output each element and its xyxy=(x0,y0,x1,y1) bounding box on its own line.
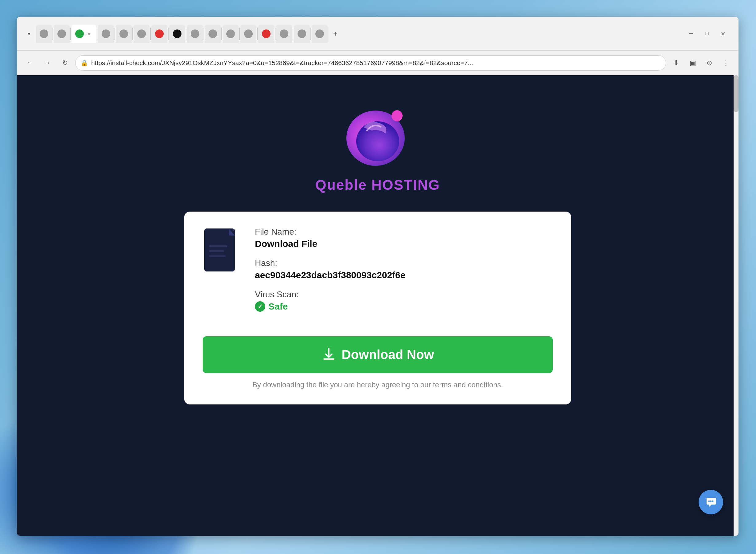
tab-separator-3 xyxy=(97,27,97,40)
logo-section: Queble HOSTING xyxy=(315,100,440,193)
back-button[interactable]: ← xyxy=(22,55,37,71)
tab-dropdown-button[interactable]: ▾ xyxy=(22,27,36,41)
virus-scan-value: ✓ Safe xyxy=(255,301,553,312)
file-name-label: File Name: xyxy=(255,227,553,237)
file-name-row: File Name: Download File xyxy=(255,227,553,249)
menu-button[interactable]: ⋮ xyxy=(718,55,734,71)
hash-label: Hash: xyxy=(255,258,553,268)
tab-6-favicon xyxy=(137,30,146,38)
tab-8-favicon xyxy=(173,30,181,38)
tab-separator-5 xyxy=(132,27,133,40)
address-bar[interactable]: 🔒 https://install-check.com/JXNjsy291Osk… xyxy=(75,55,666,71)
tab-separator-4 xyxy=(115,27,115,40)
page-content: Queble HOSTING xyxy=(17,75,739,536)
svg-rect-4 xyxy=(209,245,227,247)
tab-2-favicon xyxy=(57,30,66,38)
close-button[interactable]: ✕ xyxy=(716,27,730,41)
card-top: File Name: Download File Hash: aec90344e… xyxy=(203,227,553,321)
browser-tab-16[interactable] xyxy=(312,24,328,43)
maximize-button[interactable]: □ xyxy=(700,27,714,41)
svg-rect-5 xyxy=(209,250,224,252)
window-controls: ─ □ ✕ xyxy=(684,27,730,41)
tab-separator-15 xyxy=(310,27,311,40)
minimize-button[interactable]: ─ xyxy=(684,27,698,41)
browser-tab-3-active[interactable]: ✕ xyxy=(71,24,96,43)
tab-3-favicon xyxy=(75,30,84,38)
file-icon xyxy=(203,227,243,276)
checkmark-icon: ✓ xyxy=(255,301,265,312)
tab-separator-7 xyxy=(168,27,169,40)
tab-10-favicon xyxy=(209,30,217,38)
tab-14-favicon xyxy=(280,30,288,38)
browser-tab-10[interactable] xyxy=(205,24,221,43)
tab-3-close-button[interactable]: ✕ xyxy=(86,31,93,37)
toolbar: ← → ↻ 🔒 https://install-check.com/JXNjsy… xyxy=(17,51,739,75)
tab-separator-14 xyxy=(293,27,293,40)
tab-separator-13 xyxy=(275,27,276,40)
lock-icon: 🔒 xyxy=(80,59,88,67)
tab-separator-12 xyxy=(257,27,257,40)
terms-text: By downloading the file you are hereby a… xyxy=(203,381,553,389)
browser-tab-11[interactable] xyxy=(223,24,239,43)
refresh-button[interactable]: ↻ xyxy=(57,55,73,71)
forward-button[interactable]: → xyxy=(40,55,55,71)
logo-graphic xyxy=(342,100,413,170)
tab-16-favicon xyxy=(315,30,324,38)
browser-tab-8[interactable] xyxy=(169,24,185,43)
chat-button[interactable] xyxy=(699,490,723,514)
browser-tab-4[interactable] xyxy=(98,24,114,43)
browser-tab-13[interactable] xyxy=(258,24,274,43)
toolbar-actions: ⬇ ▣ ⊙ ⋮ xyxy=(668,55,734,71)
browser-tab-1[interactable] xyxy=(36,24,52,43)
tab-13-favicon xyxy=(262,30,271,38)
browser-tab-15[interactable] xyxy=(294,24,310,43)
split-view-button[interactable]: ▣ xyxy=(685,55,700,71)
profile-button[interactable]: ⊙ xyxy=(702,55,717,71)
browser-window: ▾ ✕ xyxy=(17,17,739,536)
new-tab-button[interactable]: + xyxy=(328,27,342,41)
svg-point-8 xyxy=(710,501,712,502)
browser-tab-9[interactable] xyxy=(187,24,203,43)
virus-scan-label: Virus Scan: xyxy=(255,290,553,299)
browser-tab-2[interactable] xyxy=(54,24,70,43)
tab-1-favicon xyxy=(40,30,48,38)
tab-5-favicon xyxy=(119,30,128,38)
file-name-value: Download File xyxy=(255,239,553,249)
tab-separator-8 xyxy=(186,27,186,40)
tab-12-favicon xyxy=(244,30,253,38)
title-bar: ▾ ✕ xyxy=(17,17,739,51)
tab-separator-6 xyxy=(150,27,151,40)
tab-11-favicon xyxy=(226,30,235,38)
browser-tab-7[interactable] xyxy=(152,24,167,43)
tabs-area: ✕ xyxy=(36,24,684,43)
tab-15-favicon xyxy=(298,30,306,38)
virus-scan-row: Virus Scan: ✓ Safe xyxy=(255,290,553,312)
scrollbar-track xyxy=(734,75,739,536)
svg-rect-6 xyxy=(209,255,226,257)
svg-point-9 xyxy=(712,501,714,502)
tab-separator-1 xyxy=(53,27,53,40)
svg-point-2 xyxy=(392,110,403,121)
browser-tab-14[interactable] xyxy=(276,24,292,43)
file-details: File Name: Download File Hash: aec90344e… xyxy=(255,227,553,321)
browser-tab-6[interactable] xyxy=(133,24,150,43)
scrollbar-thumb[interactable] xyxy=(734,75,739,112)
chat-icon xyxy=(705,496,717,508)
download-card: File Name: Download File Hash: aec90344e… xyxy=(184,212,571,404)
browser-tab-5[interactable] xyxy=(116,24,132,43)
tab-separator-11 xyxy=(239,27,240,40)
download-now-button[interactable]: Download Now xyxy=(203,336,553,373)
tab-separator-9 xyxy=(203,27,204,40)
svg-point-7 xyxy=(708,501,710,502)
hash-value: aec90344e23dacb3f380093c202f6e xyxy=(255,270,553,280)
download-icon xyxy=(322,347,336,362)
tab-separator-2 xyxy=(70,27,71,40)
hash-row: Hash: aec90344e23dacb3f380093c202f6e xyxy=(255,258,553,280)
tab-7-favicon xyxy=(155,30,164,38)
url-text: https://install-check.com/JXNjsy291OskMZ… xyxy=(91,59,661,67)
download-icon-button[interactable]: ⬇ xyxy=(668,55,684,71)
brand-name: Queble HOSTING xyxy=(315,177,440,193)
tab-9-favicon xyxy=(191,30,199,38)
browser-tab-12[interactable] xyxy=(240,24,256,43)
tab-4-favicon xyxy=(102,30,110,38)
